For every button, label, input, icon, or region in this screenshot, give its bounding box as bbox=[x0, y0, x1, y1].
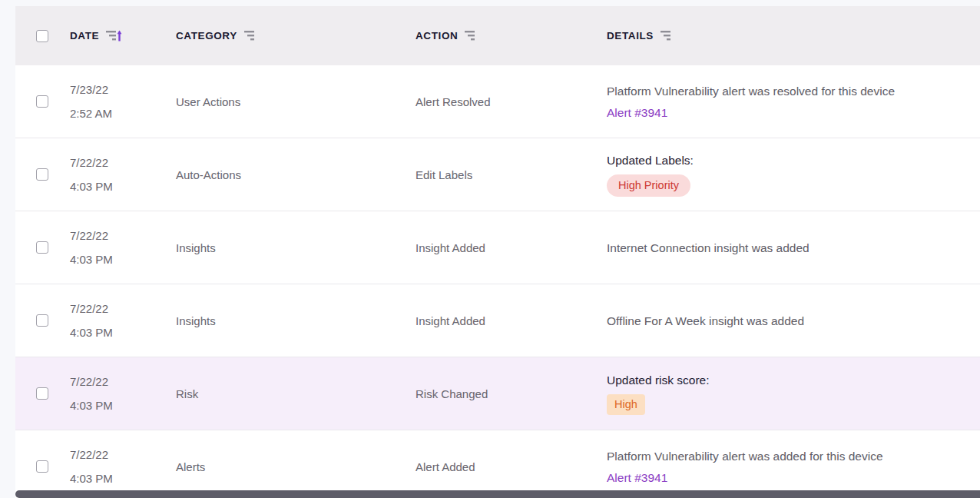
details-cell: Internet Connection insight was added bbox=[607, 241, 980, 255]
row-checkbox-cell bbox=[15, 284, 70, 357]
details-text: Updated Labels: bbox=[607, 153, 694, 168]
row-time: 4:03 PM bbox=[70, 472, 176, 486]
row-date: 7/23/22 bbox=[70, 83, 176, 97]
date-cell: 7/22/22 4:03 PM bbox=[70, 156, 176, 194]
column-header-action[interactable]: ACTION bbox=[416, 30, 607, 42]
details-text: Internet Connection insight was added bbox=[607, 241, 809, 255]
alert-link[interactable]: Alert #3941 bbox=[607, 105, 667, 120]
select-row-checkbox[interactable] bbox=[36, 314, 48, 327]
select-row-checkbox[interactable] bbox=[36, 95, 48, 108]
details-text: Platform Vulnerability alert was resolve… bbox=[607, 84, 895, 98]
date-cell: 7/22/22 4:03 PM bbox=[70, 229, 176, 267]
column-header-label: ACTION bbox=[416, 30, 458, 42]
row-checkbox-cell bbox=[15, 357, 70, 430]
details-text: Updated risk score: bbox=[607, 373, 710, 387]
table-row[interactable]: 7/22/22 4:03 PM Alerts Alert Added Platf… bbox=[15, 430, 980, 498]
row-date: 7/22/22 bbox=[70, 229, 176, 243]
row-checkbox-cell bbox=[15, 430, 70, 498]
horizontal-scrollbar[interactable] bbox=[15, 490, 980, 498]
row-time: 4:03 PM bbox=[70, 399, 176, 413]
details-cell: Offline For A Week insight was added bbox=[607, 314, 980, 328]
table-row[interactable]: 7/22/22 4:03 PM Auto-Actions Edit Labels… bbox=[15, 138, 980, 211]
column-header-category[interactable]: CATEGORY bbox=[176, 30, 416, 42]
activity-log-table: DATE CATEGORY bbox=[15, 6, 980, 498]
action-cell: Insight Added bbox=[416, 241, 607, 254]
filter-icon[interactable] bbox=[244, 30, 255, 42]
action-cell: Alert Resolved bbox=[416, 95, 607, 108]
category-cell: Alerts bbox=[176, 460, 416, 473]
date-cell: 7/22/22 4:03 PM bbox=[70, 448, 176, 486]
row-time: 2:52 AM bbox=[70, 107, 176, 121]
row-time: 4:03 PM bbox=[70, 253, 176, 267]
row-time: 4:03 PM bbox=[70, 326, 176, 340]
details-cell: Platform Vulnerability alert was resolve… bbox=[607, 84, 980, 120]
header-checkbox-cell bbox=[15, 6, 70, 65]
column-header-date[interactable]: DATE bbox=[70, 29, 176, 42]
details-text: Offline For A Week insight was added bbox=[607, 314, 804, 328]
details-text: Platform Vulnerability alert was added f… bbox=[607, 449, 883, 463]
table-row[interactable]: 7/23/22 2:52 AM User Actions Alert Resol… bbox=[15, 65, 980, 138]
category-cell: User Actions bbox=[176, 95, 416, 108]
details-cell: Platform Vulnerability alert was added f… bbox=[607, 449, 980, 485]
filter-icon[interactable] bbox=[661, 30, 671, 42]
action-cell: Edit Labels bbox=[416, 168, 607, 181]
category-cell: Insights bbox=[176, 241, 416, 254]
details-cell: Updated Labels: High Priority bbox=[607, 153, 980, 197]
row-checkbox-cell bbox=[15, 138, 70, 211]
row-checkbox-cell bbox=[15, 65, 70, 138]
category-cell: Insights bbox=[176, 314, 416, 327]
row-date: 7/22/22 bbox=[70, 156, 176, 170]
select-row-checkbox[interactable] bbox=[36, 241, 48, 254]
select-all-checkbox[interactable] bbox=[36, 30, 48, 42]
label-badge-high-priority: High Priority bbox=[607, 174, 690, 197]
column-header-label: CATEGORY bbox=[176, 30, 237, 42]
row-date: 7/22/22 bbox=[70, 448, 176, 462]
filter-icon[interactable] bbox=[465, 30, 475, 42]
category-cell: Auto-Actions bbox=[176, 168, 416, 181]
column-header-details[interactable]: DETAILS bbox=[607, 30, 980, 42]
table-row-highlighted[interactable]: 7/22/22 4:03 PM Risk Risk Changed Update… bbox=[15, 357, 980, 430]
alert-link[interactable]: Alert #3941 bbox=[607, 470, 667, 485]
column-header-label: DETAILS bbox=[607, 30, 654, 42]
row-checkbox-cell bbox=[15, 211, 70, 284]
table-row[interactable]: 7/22/22 4:03 PM Insights Insight Added I… bbox=[15, 211, 980, 284]
select-row-checkbox[interactable] bbox=[36, 460, 48, 473]
row-date: 7/22/22 bbox=[70, 302, 176, 316]
date-cell: 7/23/22 2:52 AM bbox=[70, 83, 176, 121]
table-row[interactable]: 7/22/22 4:03 PM Insights Insight Added O… bbox=[15, 284, 980, 357]
row-date: 7/22/22 bbox=[70, 375, 176, 389]
select-row-checkbox[interactable] bbox=[36, 387, 48, 400]
action-cell: Insight Added bbox=[416, 314, 607, 327]
risk-badge-high: High bbox=[607, 394, 645, 415]
sort-ascending-icon[interactable] bbox=[106, 29, 122, 42]
category-cell: Risk bbox=[176, 387, 416, 400]
row-time: 4:03 PM bbox=[70, 180, 176, 194]
action-cell: Risk Changed bbox=[416, 387, 607, 400]
select-row-checkbox[interactable] bbox=[36, 168, 48, 181]
column-header-label: DATE bbox=[70, 30, 99, 42]
date-cell: 7/22/22 4:03 PM bbox=[70, 302, 176, 340]
date-cell: 7/22/22 4:03 PM bbox=[70, 375, 176, 413]
details-cell: Updated risk score: High bbox=[607, 373, 980, 415]
table-header-row: DATE CATEGORY bbox=[15, 6, 980, 65]
action-cell: Alert Added bbox=[416, 460, 607, 473]
